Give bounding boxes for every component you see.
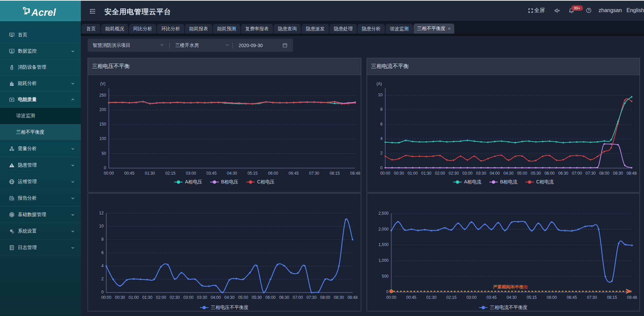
svg-text:Acrel: Acrel [31, 7, 56, 18]
